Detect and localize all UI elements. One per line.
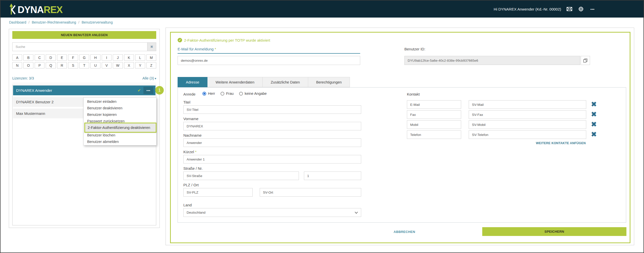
menu-item-benutzer-einladen[interactable]: Benutzer einladen [84,98,156,105]
kontakt-typ-input[interactable] [407,110,461,119]
kontakt-wert-input[interactable] [469,100,586,109]
user-id-field[interactable] [404,56,580,65]
letter-button[interactable]: O [23,62,33,68]
tab-adresse[interactable]: Adresse [178,77,207,87]
save-button[interactable]: SPEICHERN [482,227,626,236]
kontakt-typ-input[interactable] [407,100,461,109]
letter-button[interactable]: N [12,62,22,68]
letter-button[interactable]: K [124,54,134,61]
letter-button[interactable]: A [12,54,22,61]
breadcrumb-dashboard[interactable]: Dashboard [9,20,26,24]
menu-item-benutzer-loeschen[interactable]: Benutzer löschen [84,132,156,138]
search-clear-button[interactable]: ✖ [147,42,156,51]
email-login-input[interactable] [178,56,360,65]
letter-button[interactable]: Z [146,62,156,68]
letter-button[interactable]: D [46,54,56,61]
menu-item-benutzer-kopieren[interactable]: Benutzer kopieren [84,111,156,118]
remove-contact-icon[interactable]: ✖ [591,101,597,108]
user-context-menu: Benutzer einladen Benutzer deaktivieren … [83,97,156,145]
tab-berechtigungen[interactable]: Berechtigungen [308,77,350,87]
letter-button[interactable]: F [68,54,78,61]
kontakt-wert-input[interactable] [469,120,586,129]
breadcrumb-rechteverwaltung[interactable]: Benutzer-/Rechteverwaltung [32,20,76,24]
tab-weitere-anwenderdaten[interactable]: Weitere Anwenderdaten [207,77,263,87]
app-logo: DYNAREX [9,3,63,17]
letter-button[interactable]: E [57,54,67,61]
kontakt-typ-input[interactable] [407,120,461,129]
row-actions-menu-button[interactable]: ••• [143,87,153,94]
menu-item-2fa-deaktivieren-highlighted[interactable]: 2-Faktor-Authentifizierung deaktivieren [84,123,156,133]
letter-button[interactable]: V [102,62,112,68]
land-select[interactable]: Deutschland [183,208,361,217]
nachname-input[interactable] [183,138,361,147]
copy-user-id-button[interactable] [581,56,590,65]
user-filter-dropdown[interactable]: Alle (3)▾ [142,76,156,80]
kuerzel-input[interactable] [183,155,361,163]
radio-frau[interactable]: Frau [221,92,234,96]
search-input[interactable] [12,42,147,51]
letter-button[interactable]: T [79,62,89,68]
add-contact-link[interactable]: WEITERE KONTAKTE ANFÜGEN [536,141,586,145]
letter-button[interactable]: W [113,62,123,68]
letter-button[interactable]: X [124,62,134,68]
letter-button[interactable]: M [146,54,156,61]
letter-button[interactable]: L [135,54,145,61]
more-options-icon[interactable]: ••• [589,6,596,12]
success-check-icon: ✓ [178,38,182,42]
ort-input[interactable] [260,188,361,197]
chevron-down-icon: ▾ [155,77,156,80]
letter-button[interactable]: Q [46,62,56,68]
letter-button[interactable]: U [90,62,100,68]
new-user-button[interactable]: NEUEN BENUTZER ANLEGEN [12,31,156,39]
app-window: DYNAREX Hi DYNAREX Anwender (Kd.-Nr. 000… [0,0,644,253]
active-check-icon: ✔ [138,88,141,93]
strasse-input[interactable] [183,172,299,180]
anrede-radio-group: Herr Frau keine Angabe [202,92,267,96]
breadcrumb-benutzerverwaltung[interactable]: Benutzerverwaltung [82,20,113,24]
titel-label: Titel [183,100,190,104]
mail-icon[interactable] [566,6,573,12]
titel-input[interactable] [183,105,361,114]
radio-icon [239,92,243,96]
user-row-dynarex-anwender[interactable]: DYNAREX Anwender ✔ ••• 1 [13,86,155,95]
tab-zusaetzliche-daten[interactable]: Zusätzliche Daten [263,77,308,87]
letter-button[interactable]: S [68,62,78,68]
letter-button[interactable]: I [102,54,112,61]
remove-contact-icon[interactable]: ✖ [591,111,597,118]
success-message: ✓ 2-Faktor-Authentifizierung per TOTP wu… [178,38,270,42]
kontakt-typ-input[interactable] [407,130,461,139]
letter-button[interactable]: C [35,54,44,61]
letter-button[interactable]: J [113,54,123,61]
hausnummer-input[interactable] [304,172,361,180]
remove-contact-icon[interactable]: ✖ [591,121,597,128]
kontakt-wert-input[interactable] [469,110,586,119]
user-greeting: Hi DYNAREX Anwender (Kd.-Nr. 00002) [494,7,561,11]
address-form: Anrede Herr Frau keine Angabe Titel Vorn… [178,87,626,223]
letter-button[interactable]: B [23,54,33,61]
radio-keine-angabe[interactable]: keine Angabe [239,92,267,96]
email-underline [178,53,360,54]
logo-text: DYNAREX [18,4,63,16]
letter-button[interactable]: P [35,62,44,68]
remove-contact-icon[interactable]: ✖ [591,131,597,138]
letter-button[interactable]: Y [135,62,145,68]
kontakt-wert-input[interactable] [469,130,586,139]
globe-icon[interactable] [578,6,584,12]
kontakt-label: Kontakt [407,92,420,96]
nachname-label: Nachname [183,133,202,137]
vorname-label: Vorname [183,117,198,121]
letter-button[interactable]: H [90,54,100,61]
menu-item-benutzer-deaktivieren[interactable]: Benutzer deaktivieren [84,105,156,111]
cancel-button[interactable]: ABBRECHEN [387,230,422,234]
letter-button[interactable]: R [57,62,67,68]
radio-selected-icon [202,92,206,96]
letter-button[interactable]: G [79,54,89,61]
ellipsis-icon: ••• [146,89,150,92]
menu-item-benutzer-abmelden[interactable]: Benutzer abmelden [84,138,156,145]
radio-herr[interactable]: Herr [202,92,215,96]
plz-input[interactable] [183,188,253,197]
top-bar: DYNAREX Hi DYNAREX Anwender (Kd.-Nr. 000… [1,1,643,18]
vorname-input[interactable] [183,122,361,130]
divider [12,83,156,83]
annotation-badge-1: 1 [155,86,164,95]
